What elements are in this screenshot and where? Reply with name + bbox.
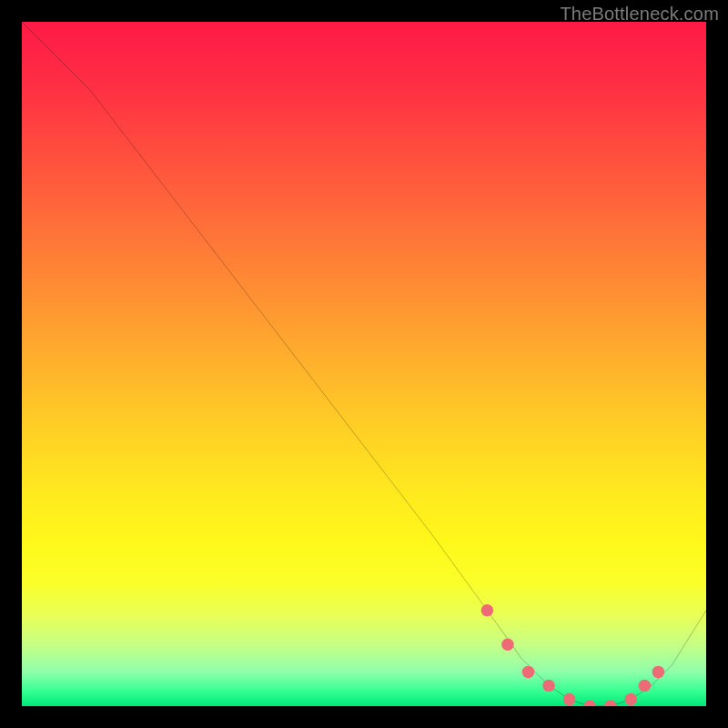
plot-area — [22, 22, 706, 706]
marker-dot — [652, 666, 665, 679]
marker-dot — [604, 700, 617, 706]
marker-dot — [625, 693, 638, 706]
marker-dot — [501, 639, 514, 652]
bottleneck-curve — [22, 22, 706, 706]
marker-dot — [583, 700, 596, 706]
marker-dot — [639, 680, 652, 693]
chart-frame: TheBottleneck.com — [0, 0, 728, 728]
marker-dot — [563, 693, 576, 706]
curve-layer — [22, 22, 706, 706]
marker-dot — [481, 604, 494, 617]
curve-path — [22, 22, 706, 706]
watermark-text: TheBottleneck.com — [560, 4, 719, 25]
marker-dot — [522, 666, 535, 679]
trough-markers — [481, 604, 665, 706]
marker-dot — [542, 680, 555, 693]
